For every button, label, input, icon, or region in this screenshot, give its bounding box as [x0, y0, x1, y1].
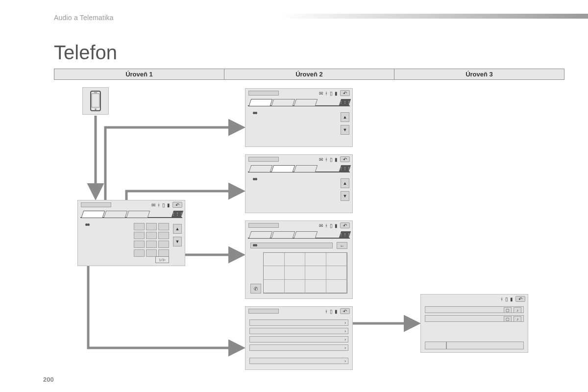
voicemail-icon: [253, 244, 258, 247]
note-icon: ♪: [516, 317, 518, 321]
tab-2[interactable]: [271, 165, 295, 172]
key[interactable]: [264, 253, 285, 266]
bottom-action-1[interactable]: [425, 342, 446, 349]
svg-rect-1: [92, 94, 99, 107]
tab-2[interactable]: [271, 231, 295, 238]
key[interactable]: [264, 266, 285, 279]
scroll-down-button[interactable]: ▼: [173, 237, 182, 246]
chevron-icon: ›: [344, 337, 346, 342]
tab-3[interactable]: [294, 99, 318, 106]
level3-device-screen: ᚼ ▯ ▮ ↶ ▢ ♪ ▢ ♪: [420, 294, 528, 353]
keypad-tab[interactable]: ⋮⋮⋮: [339, 231, 351, 238]
page-indicator[interactable]: 1/3›: [155, 256, 169, 263]
tab-1[interactable]: [249, 231, 273, 238]
back-button[interactable]: ↶: [340, 308, 350, 314]
device-phone-toggle[interactable]: ▢: [504, 307, 512, 313]
status-icons: ✉ ᚼ ▯ ▮: [151, 202, 170, 208]
screen-title-chip: [248, 91, 279, 96]
tab-2[interactable]: [271, 99, 295, 106]
level-header-row: Úroveň 1 Úroveň 2 Úroveň 3: [54, 69, 564, 80]
key[interactable]: [146, 232, 157, 239]
key[interactable]: [134, 249, 145, 257]
key[interactable]: [158, 241, 169, 248]
square-icon: ▢: [506, 308, 510, 313]
key[interactable]: [326, 280, 347, 293]
scroll-up-button[interactable]: ▲: [341, 112, 349, 122]
key[interactable]: [146, 223, 157, 230]
scroll-down-button[interactable]: ▼: [341, 125, 349, 135]
scroll-up-button[interactable]: ▲: [173, 224, 182, 234]
key[interactable]: [326, 266, 347, 279]
key[interactable]: [285, 280, 306, 293]
diagram-stage: ✉ ᚼ ▯ ▮ ↶ ⋮⋮⋮ ▲ ▼: [54, 83, 564, 372]
keypad-tab[interactable]: ⋮⋮⋮: [172, 211, 183, 217]
battery-icon: ▮: [167, 202, 170, 208]
scroll-up-button[interactable]: ▲: [341, 178, 349, 188]
screen-title-chip: [248, 309, 279, 314]
tab-3[interactable]: [126, 211, 150, 218]
device-audio-toggle[interactable]: ♪: [514, 316, 521, 322]
keypad-tab[interactable]: ⋮⋮⋮: [339, 99, 351, 105]
tab-3[interactable]: [294, 165, 318, 172]
key[interactable]: [305, 280, 326, 293]
device-icon: ▯: [330, 309, 333, 314]
back-button[interactable]: ↶: [515, 296, 525, 302]
settings-row[interactable]: ›: [249, 328, 348, 334]
voicemail-icon: [85, 223, 90, 226]
back-button[interactable]: ↶: [340, 156, 350, 162]
dial-input[interactable]: [250, 243, 333, 248]
key[interactable]: [264, 280, 285, 293]
level1-phone-menu-screen: ✉ ᚼ ▯ ▮ ↶ ⋮⋮⋮ ▲ ▼: [77, 200, 185, 266]
settings-row[interactable]: ›: [249, 358, 348, 364]
tab-row: ⋮⋮⋮: [80, 211, 182, 218]
tab-3[interactable]: [294, 231, 318, 238]
back-button[interactable]: ↶: [340, 222, 350, 228]
tab-2[interactable]: [104, 211, 128, 218]
keypad-tab[interactable]: ⋮⋮⋮: [339, 165, 351, 172]
settings-row[interactable]: ›: [249, 336, 348, 343]
bottom-action-2[interactable]: [446, 342, 524, 349]
scroll-down-button[interactable]: ▼: [341, 191, 349, 201]
settings-row[interactable]: ›: [249, 344, 348, 351]
screen-title-chip: [81, 202, 111, 207]
svg-rect-3: [94, 92, 97, 93]
level-2-header: Úroveň 2: [224, 69, 394, 79]
key[interactable]: [146, 241, 157, 248]
call-button[interactable]: ✆: [250, 284, 261, 294]
phone-app-tile[interactable]: [82, 87, 109, 115]
key[interactable]: [134, 232, 145, 239]
arrow-down-icon: ▼: [175, 239, 180, 244]
dial-keypad: [263, 252, 347, 294]
backspace-button[interactable]: ←: [337, 242, 347, 249]
settings-row[interactable]: ›: [249, 319, 348, 326]
tab-1[interactable]: [81, 211, 105, 218]
mail-icon: ✉: [319, 223, 323, 228]
key[interactable]: [285, 266, 306, 279]
tab-1[interactable]: [249, 99, 273, 106]
device-icon: ▯: [330, 91, 333, 96]
back-icon: ↶: [175, 202, 179, 208]
key[interactable]: [305, 253, 326, 266]
device-phone-toggle[interactable]: ▢: [504, 316, 512, 322]
key[interactable]: [134, 241, 145, 248]
svg-rect-0: [91, 91, 100, 111]
tab-row: ⋮⋮⋮: [248, 99, 350, 106]
back-button[interactable]: ↶: [172, 202, 182, 208]
key[interactable]: [285, 253, 306, 266]
key[interactable]: [326, 253, 347, 266]
key[interactable]: [305, 266, 326, 279]
voicemail-icon: [253, 112, 258, 115]
square-icon: ▢: [506, 317, 510, 321]
svg-point-2: [95, 108, 97, 110]
device-row[interactable]: ▢ ♪: [425, 315, 524, 322]
key[interactable]: [158, 249, 169, 257]
back-button[interactable]: ↶: [340, 90, 350, 96]
key[interactable]: [134, 223, 145, 230]
device-audio-toggle[interactable]: ♪: [514, 307, 521, 313]
bluetooth-icon: ᚼ: [325, 223, 328, 228]
device-row[interactable]: ▢ ♪: [425, 306, 524, 313]
tab-1[interactable]: [249, 165, 273, 172]
key[interactable]: [146, 249, 157, 257]
key[interactable]: [158, 232, 169, 239]
key[interactable]: [158, 223, 169, 230]
